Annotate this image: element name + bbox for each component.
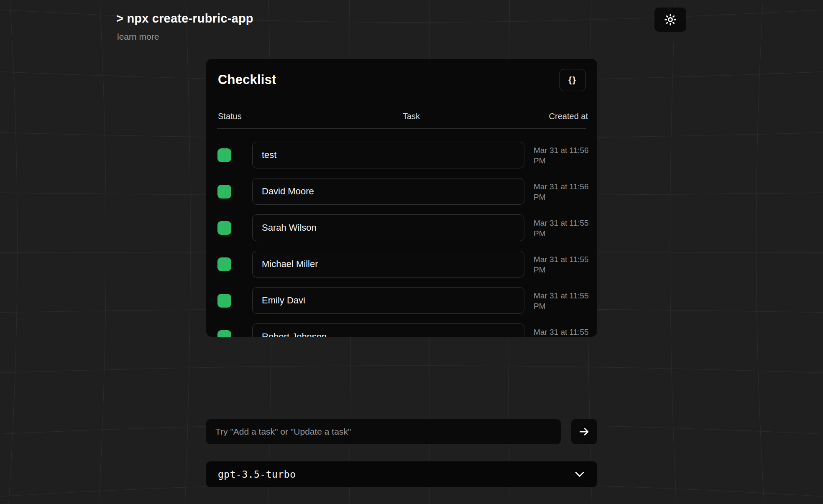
task-input[interactable]: Michael Miller xyxy=(252,251,524,277)
status-cell xyxy=(206,330,252,337)
header-divider xyxy=(217,128,586,129)
task-input[interactable]: Robert Johnson xyxy=(252,323,524,337)
table-header-row: Status Task Created at xyxy=(218,110,588,122)
task-input[interactable]: test xyxy=(252,142,524,168)
table-row: David Moore Mar 31 at 11:56 PM xyxy=(206,178,597,205)
status-cell xyxy=(206,148,252,162)
task-label: David Moore xyxy=(262,186,314,197)
task-input[interactable]: Sarah Wilson xyxy=(252,214,524,241)
task-label: Robert Johnson xyxy=(262,331,327,337)
view-json-button[interactable]: {} xyxy=(560,69,585,91)
chevron-down-icon xyxy=(575,471,585,477)
app-title: > npx create-rubric-app xyxy=(116,12,253,25)
status-cell xyxy=(206,185,252,199)
learn-more-link[interactable]: learn more xyxy=(117,32,159,42)
model-select-value: gpt-3.5-turbo xyxy=(218,469,296,480)
created-at-label: Mar 31 at 11:56 PM xyxy=(534,178,590,202)
sun-icon xyxy=(664,13,677,26)
task-input[interactable]: Emily Davi xyxy=(252,287,524,314)
task-list: test Mar 31 at 11:56 PM David Moore Mar … xyxy=(206,142,597,337)
task-command-input[interactable] xyxy=(206,419,561,444)
created-at-label: Mar 31 at 11:55 PM xyxy=(534,287,590,311)
status-checkbox[interactable] xyxy=(217,185,231,199)
created-at-label: Mar 31 at 11:55 PM xyxy=(534,214,590,239)
task-label: Sarah Wilson xyxy=(262,222,317,233)
status-checkbox[interactable] xyxy=(217,221,231,235)
checklist-card: Checklist {} Status Task Created at test… xyxy=(206,59,597,337)
created-at-label: Mar 31 at 11:55 PM xyxy=(534,251,590,275)
table-row: test Mar 31 at 11:56 PM xyxy=(206,142,597,168)
status-cell xyxy=(206,294,252,308)
arrow-right-icon xyxy=(578,426,590,438)
status-checkbox[interactable] xyxy=(217,257,231,271)
submit-button[interactable] xyxy=(571,419,597,444)
created-at-label: Mar 31 at 11:55 PM xyxy=(534,323,590,337)
column-header-status: Status xyxy=(218,112,297,121)
status-cell xyxy=(206,257,252,271)
table-row: Emily Davi Mar 31 at 11:55 PM xyxy=(206,287,597,314)
status-checkbox[interactable] xyxy=(217,148,231,162)
column-header-created-at: Created at xyxy=(525,112,588,121)
column-header-task: Task xyxy=(297,112,525,121)
task-input[interactable]: David Moore xyxy=(252,178,524,205)
theme-toggle-button[interactable] xyxy=(654,8,686,32)
status-checkbox[interactable] xyxy=(217,294,231,308)
table-row: Sarah Wilson Mar 31 at 11:55 PM xyxy=(206,214,597,241)
created-at-label: Mar 31 at 11:56 PM xyxy=(534,142,590,166)
task-label: test xyxy=(262,150,276,160)
table-row: Robert Johnson Mar 31 at 11:55 PM xyxy=(206,323,597,337)
task-label: Michael Miller xyxy=(262,259,318,270)
status-cell xyxy=(206,221,252,235)
status-checkbox[interactable] xyxy=(217,330,231,337)
task-label: Emily Davi xyxy=(262,295,305,306)
table-row: Michael Miller Mar 31 at 11:55 PM xyxy=(206,251,597,277)
checklist-title: Checklist xyxy=(218,72,276,87)
model-select[interactable]: gpt-3.5-turbo xyxy=(206,461,597,487)
